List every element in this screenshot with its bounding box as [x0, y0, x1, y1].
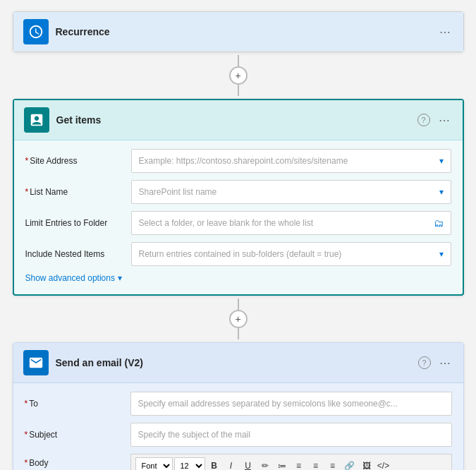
send-email-icon	[23, 350, 49, 375]
nested-items-chevron: ▾	[439, 249, 444, 259]
flow-container: Recurrence ⋯ + Get items ? ⋯	[13, 11, 464, 470]
list-name-dropdown[interactable]: SharePoint list name ▾	[131, 180, 451, 204]
to-label: *To	[25, 399, 130, 409]
code-button[interactable]: </>	[376, 458, 391, 470]
to-row: *To Specify email addresses separated by…	[25, 392, 452, 416]
site-address-input-wrapper: Example: https://contoso.sharepoint.com/…	[131, 149, 451, 173]
send-email-title: Send an email (V2)	[56, 357, 418, 368]
connector-line-4	[238, 328, 239, 339]
limit-folder-input[interactable]: Select a folder, or leave blank for the …	[131, 211, 451, 235]
connector-line-3	[238, 299, 239, 310]
font-select[interactable]: Font	[135, 457, 173, 470]
limit-folder-label: Limit Entries to Folder	[25, 218, 131, 228]
connector-1: +	[229, 55, 248, 96]
get-items-advanced-chevron: ▾	[118, 273, 122, 283]
site-address-dropdown[interactable]: Example: https://contoso.sharepoint.com/…	[131, 149, 451, 173]
body-row: *Body Font 12 B I U ✏	[25, 454, 452, 470]
nested-items-input-wrapper: Return entries contained in sub-folders …	[131, 242, 451, 266]
list-name-chevron: ▾	[439, 187, 444, 197]
recurrence-title: Recurrence	[56, 26, 437, 37]
get-items-help-button[interactable]: ?	[417, 114, 430, 126]
send-email-card: Send an email (V2) ? ⋯ *To Specify email…	[13, 342, 464, 470]
add-step-button-2[interactable]: +	[229, 310, 248, 328]
underline-button[interactable]: U	[240, 458, 256, 470]
font-size-select[interactable]: 12	[174, 457, 205, 470]
subject-required: *	[25, 430, 28, 440]
send-email-more-button[interactable]: ⋯	[437, 355, 453, 371]
get-items-actions: ? ⋯	[417, 112, 453, 128]
get-items-header: Get items ? ⋯	[14, 100, 463, 140]
recurrence-card: Recurrence ⋯	[13, 11, 464, 52]
subject-placeholder: Specify the subject of the mail	[138, 430, 444, 440]
nested-items-placeholder: Return entries contained in sub-folders …	[139, 249, 439, 259]
body-label: *Body	[25, 458, 130, 468]
connector-2: +	[229, 299, 248, 339]
ordered-list-button[interactable]: ≡	[291, 458, 307, 470]
limit-folder-input-wrapper: Select a folder, or leave blank for the …	[131, 211, 451, 235]
recurrence-more-button[interactable]: ⋯	[437, 24, 453, 40]
editor-toolbar: Font 12 B I U ✏ ≔ ≡ ≡ ≡ 🔗	[130, 454, 452, 470]
get-items-show-advanced-button[interactable]: Show advanced options ▾	[25, 273, 122, 283]
to-required: *	[25, 399, 28, 409]
subject-label: *Subject	[25, 430, 130, 440]
subject-input[interactable]: Specify the subject of the mail	[130, 423, 452, 447]
send-email-actions: ? ⋯	[418, 355, 453, 371]
site-address-row: *Site Address Example: https://contoso.s…	[25, 149, 451, 173]
bold-button[interactable]: B	[207, 458, 222, 470]
to-placeholder: Specify email addresses separated by sem…	[138, 399, 444, 409]
highlight-button[interactable]: ✏	[257, 458, 273, 470]
subject-row: *Subject Specify the subject of the mail	[25, 423, 452, 447]
italic-button[interactable]: I	[224, 458, 239, 470]
add-step-button-1[interactable]: +	[229, 66, 248, 85]
limit-folder-placeholder: Select a folder, or leave blank for the …	[139, 218, 434, 228]
site-address-chevron: ▾	[439, 156, 444, 166]
nested-items-label: Include Nested Items	[25, 249, 131, 259]
list-name-row: *List Name SharePoint list name ▾	[25, 180, 451, 204]
get-items-icon	[24, 107, 49, 133]
align-right-button[interactable]: ≡	[325, 458, 341, 470]
list-name-required: *	[25, 187, 29, 197]
folder-icon: 🗂	[434, 217, 444, 229]
limit-folder-row: Limit Entries to Folder Select a folder,…	[25, 211, 451, 235]
align-left-button[interactable]: ≡	[308, 458, 324, 470]
link-button[interactable]: 🔗	[342, 458, 358, 470]
recurrence-header: Recurrence ⋯	[13, 12, 463, 52]
site-address-label: *Site Address	[25, 156, 131, 166]
send-email-body: *To Specify email addresses separated by…	[13, 383, 463, 470]
send-email-header: Send an email (V2) ? ⋯	[13, 343, 463, 383]
list-name-label: *List Name	[25, 187, 131, 197]
subject-input-wrapper: Specify the subject of the mail	[130, 423, 452, 447]
send-email-help-button[interactable]: ?	[418, 356, 431, 369]
get-items-show-advanced-label: Show advanced options	[25, 273, 115, 283]
site-address-required: *	[25, 156, 29, 166]
get-items-card: Get items ? ⋯ *Site Address Example: htt…	[13, 99, 464, 296]
site-address-placeholder: Example: https://contoso.sharepoint.com/…	[139, 156, 439, 166]
get-items-title: Get items	[56, 114, 417, 126]
nested-items-dropdown[interactable]: Return entries contained in sub-folders …	[131, 242, 451, 266]
get-items-more-button[interactable]: ⋯	[436, 112, 453, 128]
get-items-body: *Site Address Example: https://contoso.s…	[14, 140, 463, 294]
recurrence-icon	[23, 19, 49, 44]
nested-items-row: Include Nested Items Return entries cont…	[25, 242, 451, 266]
body-required: *	[25, 458, 28, 468]
body-input-wrapper: Font 12 B I U ✏ ≔ ≡ ≡ ≡ 🔗	[130, 454, 452, 470]
unordered-list-button[interactable]: ≔	[274, 458, 290, 470]
image-button[interactable]: 🖼	[359, 458, 374, 470]
recurrence-actions: ⋯	[437, 24, 453, 40]
connector-line-2	[238, 85, 239, 96]
to-input[interactable]: Specify email addresses separated by sem…	[130, 392, 452, 416]
connector-line-1	[238, 55, 239, 66]
list-name-input-wrapper: SharePoint list name ▾	[131, 180, 451, 204]
list-name-placeholder: SharePoint list name	[139, 187, 439, 197]
to-input-wrapper: Specify email addresses separated by sem…	[130, 392, 452, 416]
